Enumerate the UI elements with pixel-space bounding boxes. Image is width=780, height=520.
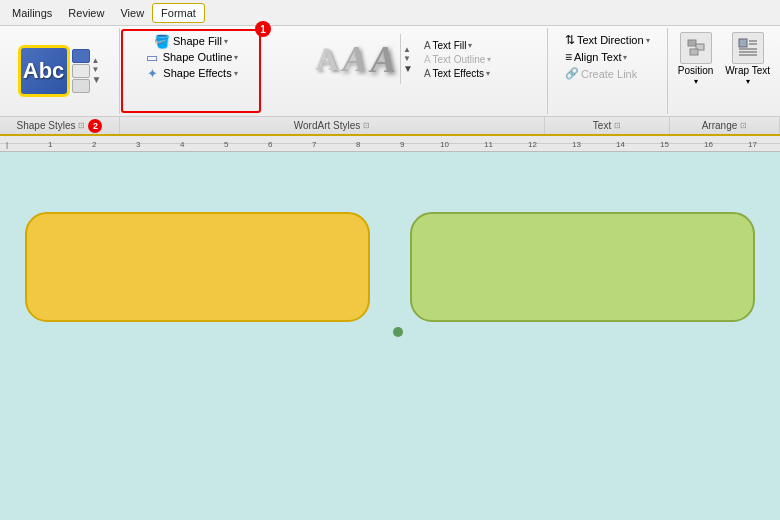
preview-1[interactable] bbox=[72, 49, 90, 63]
text-outline-button[interactable]: A Text Outline ▾ bbox=[422, 53, 493, 66]
align-text-icon: ≡ bbox=[565, 50, 572, 64]
text-label-bar: Text ⊡ bbox=[545, 117, 670, 134]
create-link-label: Create Link bbox=[581, 68, 637, 80]
wordart-expand[interactable]: ⊡ bbox=[363, 121, 370, 130]
shape-styles-label-bar: Shape Styles ⊡ 2 bbox=[0, 117, 120, 134]
text-expand[interactable]: ⊡ bbox=[614, 121, 621, 130]
position-button[interactable]: Position ▾ bbox=[674, 30, 718, 88]
badge-2: 2 bbox=[88, 119, 102, 133]
align-text-label: Align Text bbox=[574, 51, 622, 63]
shape-outline-button[interactable]: ▭ Shape Outline ▾ bbox=[142, 49, 241, 65]
position-arrow: ▾ bbox=[694, 77, 698, 86]
shape-style-preview: Abc ▲ ▼ ▼ bbox=[18, 45, 102, 97]
shape-effects-label: Shape Effects bbox=[163, 67, 231, 79]
style-scroll[interactable]: ▲ ▼ ▼ bbox=[92, 57, 102, 85]
shape-outline-label: Shape Outline bbox=[163, 51, 233, 63]
shape-effects-icon: ✦ bbox=[144, 66, 160, 80]
text-effects-button[interactable]: A Text Effects ▾ bbox=[422, 67, 493, 80]
wrap-text-arrow: ▾ bbox=[746, 77, 750, 86]
wrap-text-button[interactable]: Wrap Text ▾ bbox=[721, 30, 774, 88]
wordart-group: A A A ▲ ▼ ▼ A Text Fill ▾ A Text O bbox=[262, 28, 548, 114]
wordart-label-bar: WordArt Styles ⊡ bbox=[120, 117, 545, 134]
wordart-fill-ops: A Text Fill ▾ A Text Outline ▾ A Text Ef… bbox=[422, 39, 493, 80]
text-outline-label: Text Outline bbox=[433, 54, 486, 65]
create-link-button[interactable]: 🔗 Create Link bbox=[563, 66, 652, 81]
shape-styles-content: Abc ▲ ▼ ▼ bbox=[18, 30, 102, 112]
wordart-content: A A A ▲ ▼ ▼ A Text Fill ▾ A Text O bbox=[311, 30, 497, 88]
shape-styles-expand[interactable]: ⊡ bbox=[78, 121, 85, 130]
shape-fill-icon: 🪣 bbox=[154, 34, 170, 48]
ruler: | 1 2 3 4 5 6 7 8 9 10 11 12 13 14 15 16… bbox=[0, 136, 780, 152]
arrange-content: Position ▾ Wrap Text bbox=[674, 30, 774, 88]
ribbon: Abc ▲ ▼ ▼ 1 🪣 Shape bbox=[0, 26, 780, 136]
text-outline-arrow[interactable]: ▾ bbox=[487, 55, 491, 64]
ribbon-labels: Shape Styles ⊡ 2 WordArt Styles ⊡ Text ⊡… bbox=[0, 116, 780, 134]
menu-bar: Mailings Review View Format bbox=[0, 0, 780, 26]
position-icon bbox=[680, 32, 712, 64]
text-direction-icon: ⇅ bbox=[565, 33, 575, 47]
arrange-label-bar: Arrange ⊡ bbox=[670, 117, 780, 134]
text-group-content: ⇅ Text Direction ▾ ≡ Align Text ▾ 🔗 Crea… bbox=[559, 30, 656, 83]
small-previews bbox=[72, 49, 90, 93]
text-direction-label: Text Direction bbox=[577, 34, 644, 46]
text-effects-label: Text Effects bbox=[433, 68, 485, 79]
shape-effects-arrow[interactable]: ▾ bbox=[234, 69, 238, 78]
text-outline-icon: A bbox=[424, 54, 431, 65]
create-link-icon: 🔗 bbox=[565, 67, 579, 80]
align-text-arrow[interactable]: ▾ bbox=[623, 53, 627, 62]
preview-3[interactable] bbox=[72, 79, 90, 93]
text-effects-arrow[interactable]: ▾ bbox=[486, 69, 490, 78]
shape-outline-icon: ▭ bbox=[144, 50, 160, 64]
align-text-button[interactable]: ≡ Align Text ▾ bbox=[563, 49, 652, 65]
shape-outline-arrow[interactable]: ▾ bbox=[234, 53, 238, 62]
shape-green[interactable] bbox=[410, 212, 755, 322]
text-fill-label: Text Fill bbox=[433, 40, 467, 51]
wordart-letter-1[interactable]: A bbox=[315, 43, 338, 75]
canvas-area[interactable] bbox=[0, 152, 780, 500]
shape-fill-label: Shape Fill bbox=[173, 35, 222, 47]
position-label: Position bbox=[678, 65, 714, 76]
wordart-styles-text: WordArt Styles bbox=[294, 120, 361, 131]
shape-yellow[interactable] bbox=[25, 212, 370, 322]
menu-format[interactable]: Format bbox=[152, 3, 205, 23]
abc-button[interactable]: Abc bbox=[18, 45, 70, 97]
wrap-text-label: Wrap Text bbox=[725, 65, 770, 76]
wrap-text-icon bbox=[732, 32, 764, 64]
badge-1: 1 bbox=[255, 21, 271, 37]
text-fill-button[interactable]: A Text Fill ▾ bbox=[422, 39, 493, 52]
text-effects-icon: A bbox=[424, 68, 431, 79]
text-direction-button[interactable]: ⇅ Text Direction ▾ bbox=[563, 32, 652, 48]
menu-view[interactable]: View bbox=[112, 4, 152, 22]
shape-styles-text: Shape Styles bbox=[17, 120, 76, 131]
arrange-label-text: Arrange bbox=[702, 120, 738, 131]
svg-rect-0 bbox=[688, 40, 696, 46]
shape-styles-group: Abc ▲ ▼ ▼ bbox=[0, 28, 120, 114]
svg-rect-3 bbox=[739, 39, 747, 47]
shape-fill-arrow[interactable]: ▾ bbox=[224, 37, 228, 46]
svg-rect-2 bbox=[690, 49, 698, 55]
arrange-group: Position ▾ Wrap Text bbox=[668, 28, 780, 114]
arrange-expand[interactable]: ⊡ bbox=[740, 121, 747, 130]
menu-review[interactable]: Review bbox=[60, 4, 112, 22]
shape-ops-group: 1 🪣 Shape Fill ▾ ▭ Shape Outline ▾ ✦ Sha… bbox=[121, 29, 261, 113]
menu-mailings[interactable]: Mailings bbox=[4, 4, 60, 22]
text-fill-arrow[interactable]: ▾ bbox=[468, 41, 472, 50]
preview-2[interactable] bbox=[72, 64, 90, 78]
wordart-letter-3[interactable]: A bbox=[371, 40, 396, 78]
shape-effects-button[interactable]: ✦ Shape Effects ▾ bbox=[142, 65, 239, 81]
ribbon-body: Abc ▲ ▼ ▼ 1 🪣 Shape bbox=[0, 26, 780, 116]
text-label-text: Text bbox=[593, 120, 611, 131]
shape-fill-button[interactable]: 🪣 Shape Fill ▾ bbox=[152, 33, 230, 49]
text-fill-icon: A bbox=[424, 40, 431, 51]
text-direction-arrow[interactable]: ▾ bbox=[646, 36, 650, 45]
shape-dot bbox=[393, 327, 403, 337]
wordart-letter-2[interactable]: A bbox=[343, 41, 367, 77]
wordart-expand-col[interactable]: ▲ ▼ ▼ bbox=[400, 34, 414, 84]
text-group: ⇅ Text Direction ▾ ≡ Align Text ▾ 🔗 Crea… bbox=[548, 28, 668, 114]
